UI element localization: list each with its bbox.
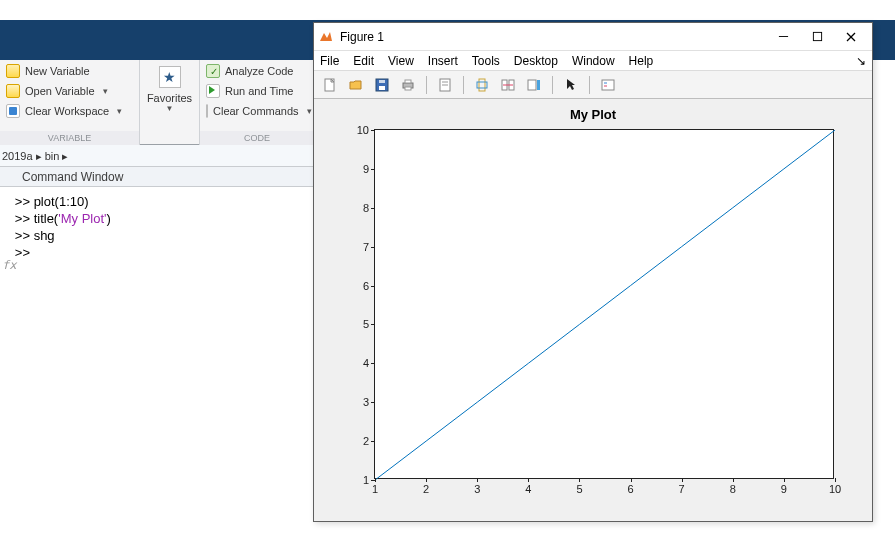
data-cursor-icon (474, 77, 490, 93)
link-plot-button[interactable] (498, 75, 518, 95)
link-icon (500, 77, 516, 93)
y-tick-label: 6 (341, 280, 375, 292)
x-tick-mark (682, 478, 683, 482)
new-variable-label: New Variable (25, 65, 90, 77)
close-icon (845, 31, 857, 43)
x-tick-mark (835, 478, 836, 482)
command-line: >> shg (4, 227, 311, 244)
data-cursor-button[interactable] (472, 75, 492, 95)
command-window[interactable]: >> plot(1:10) >> title('My Plot') >> shg… (0, 187, 315, 543)
svg-rect-14 (479, 79, 485, 91)
menu-help[interactable]: Help (629, 51, 654, 71)
analyze-code-icon: ✓ (206, 64, 220, 78)
figure-titlebar[interactable]: Figure 1 (314, 23, 872, 51)
toolbar-separator (552, 76, 553, 94)
save-button[interactable] (372, 75, 392, 95)
insert-legend-button[interactable] (598, 75, 618, 95)
toolstrip-code-label: CODE (200, 131, 314, 145)
pointer-icon (563, 77, 579, 93)
x-tick-mark (733, 478, 734, 482)
edit-plot-button[interactable] (561, 75, 581, 95)
menu-tools[interactable]: Tools (472, 51, 500, 71)
print-button[interactable] (398, 75, 418, 95)
figure-toolbar (314, 71, 872, 99)
y-tick-label: 9 (341, 163, 375, 175)
open-button[interactable] (346, 75, 366, 95)
toolstrip: New Variable Open Variable Clear Workspa… (0, 60, 315, 145)
insert-colorbar-button[interactable] (524, 75, 544, 95)
clear-workspace-button[interactable]: Clear Workspace (6, 102, 133, 120)
menu-view[interactable]: View (388, 51, 414, 71)
x-tick-mark (631, 478, 632, 482)
page-setup-button[interactable] (435, 75, 455, 95)
y-tick-label: 1 (341, 474, 375, 486)
menu-insert[interactable]: Insert (428, 51, 458, 71)
maximize-button[interactable] (800, 23, 834, 51)
command-window-fx-icon[interactable]: fx (2, 258, 16, 272)
y-tick-label: 7 (341, 241, 375, 253)
toolstrip-code-section: ✓ Analyze Code Run and Time Clear Comman… (200, 60, 315, 145)
y-tick-mark (371, 441, 375, 442)
y-tick-mark (371, 247, 375, 248)
command-line: >> title('My Plot') (4, 210, 311, 227)
toolstrip-variable-section: New Variable Open Variable Clear Workspa… (0, 60, 140, 145)
svg-rect-6 (379, 86, 385, 90)
print-icon (400, 77, 416, 93)
figure-menubar: FileEditViewInsertToolsDesktopWindowHelp… (314, 51, 872, 71)
data-line (375, 130, 835, 480)
figure-title: Figure 1 (340, 30, 766, 44)
favorites-label: Favorites (147, 92, 192, 104)
y-tick-mark (371, 324, 375, 325)
new-file-icon (322, 77, 338, 93)
y-tick-mark (371, 402, 375, 403)
y-tick-label: 3 (341, 396, 375, 408)
minimize-button[interactable] (766, 23, 800, 51)
x-tick-mark (528, 478, 529, 482)
x-tick-mark (375, 478, 376, 482)
y-tick-label: 10 (341, 124, 375, 136)
x-tick-mark (426, 478, 427, 482)
favorites-button[interactable]: ★ Favorites ▼ (140, 60, 199, 130)
toolbar-separator (589, 76, 590, 94)
clear-commands-button[interactable]: Clear Commands (206, 102, 308, 120)
menu-file[interactable]: File (320, 51, 339, 71)
figure-canvas: My Plot 1234567891012345678910 (314, 99, 872, 521)
command-line: >> plot(1:10) (4, 193, 311, 210)
legend-icon (600, 77, 616, 93)
matlab-app-icon (318, 29, 334, 45)
run-and-time-button[interactable]: Run and Time (206, 82, 308, 100)
open-variable-icon (6, 84, 20, 98)
current-folder-path[interactable]: 2019a ▸ bin ▸ (0, 145, 315, 167)
clear-workspace-label: Clear Workspace (25, 105, 109, 117)
new-variable-button[interactable]: New Variable (6, 62, 133, 80)
minimize-icon (778, 31, 789, 42)
toolbar-separator (426, 76, 427, 94)
run-and-time-label: Run and Time (225, 85, 293, 97)
analyze-code-button[interactable]: ✓ Analyze Code (206, 62, 308, 80)
colorbar-icon (526, 77, 542, 93)
page-setup-icon (437, 77, 453, 93)
open-variable-label: Open Variable (25, 85, 95, 97)
menu-edit[interactable]: Edit (353, 51, 374, 71)
svg-rect-9 (405, 80, 411, 83)
svg-rect-19 (528, 80, 536, 90)
toolstrip-variable-label: VARIABLE (0, 131, 139, 145)
close-button[interactable] (834, 23, 868, 51)
plot-line-svg (375, 130, 835, 480)
x-tick-mark (579, 478, 580, 482)
menu-desktop[interactable]: Desktop (514, 51, 558, 71)
new-figure-button[interactable] (320, 75, 340, 95)
y-tick-mark (371, 130, 375, 131)
run-and-time-icon (206, 84, 220, 98)
svg-rect-20 (537, 80, 540, 90)
favorites-star-icon: ★ (159, 66, 181, 88)
plot-title: My Plot (314, 107, 872, 122)
save-icon (374, 77, 390, 93)
svg-rect-7 (379, 80, 385, 83)
plot-axes[interactable]: 1234567891012345678910 (374, 129, 834, 479)
dock-figure-icon[interactable]: ↘ (856, 54, 866, 68)
clear-commands-label: Clear Commands (213, 105, 299, 117)
y-tick-mark (371, 286, 375, 287)
open-variable-button[interactable]: Open Variable (6, 82, 133, 100)
menu-window[interactable]: Window (572, 51, 615, 71)
